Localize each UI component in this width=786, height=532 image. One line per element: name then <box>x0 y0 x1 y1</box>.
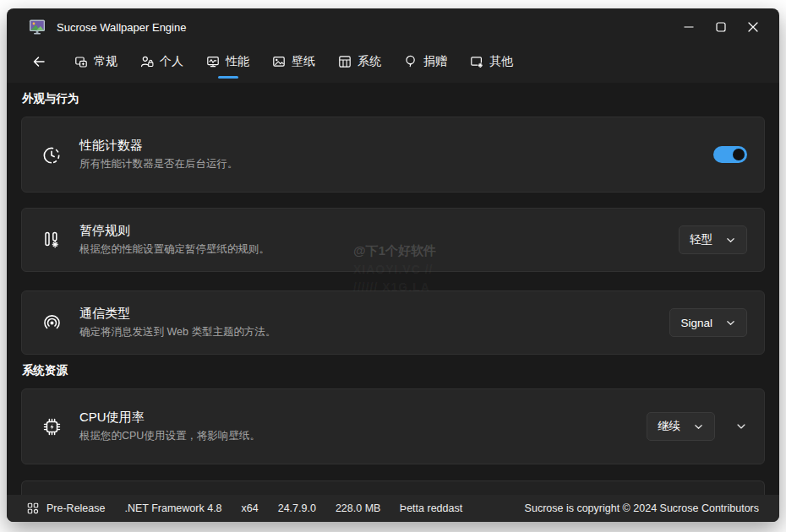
setting-description: 所有性能计数器是否在后台运行。 <box>79 157 713 171</box>
tab-other[interactable]: 其他 <box>465 51 518 79</box>
tab-label: 系统 <box>358 54 381 69</box>
maximize-icon <box>716 22 726 32</box>
status-framework: .NET Framework 4.8 <box>124 502 221 514</box>
minimize-icon <box>684 22 694 32</box>
toggle-knob <box>733 149 745 160</box>
tab-system[interactable]: 系统 <box>333 51 386 79</box>
chevron-down-icon <box>693 421 704 432</box>
chevron-down-icon <box>725 318 736 328</box>
titlebar: Sucrose Wallpaper Engine <box>7 8 779 46</box>
status-version: 24.7.9.0 <box>278 502 316 514</box>
grid-table-icon <box>338 55 352 68</box>
setting-title: 性能计数器 <box>79 138 713 154</box>
chevron-down-icon <box>725 235 736 246</box>
chevron-down-icon <box>735 421 747 432</box>
tab-wallpaper[interactable]: 壁纸 <box>267 51 320 79</box>
pause-rules-dropdown[interactable]: 轻型 <box>679 225 747 254</box>
minimize-button[interactable] <box>673 14 705 40</box>
setting-description: 根据您的CPU使用设置，将影响壁纸。 <box>79 429 647 443</box>
status-release-channel: Pre-Release <box>46 502 105 514</box>
tab-label: 壁纸 <box>292 54 315 69</box>
pause-gear-icon <box>41 230 63 250</box>
section-header-system-resources: 系统资源 <box>22 363 765 378</box>
arrow-left-icon <box>30 55 46 68</box>
tab-label: 捐赠 <box>423 54 447 69</box>
communication-type-dropdown[interactable]: Signal <box>669 308 747 337</box>
status-bar: Pre-Release .NET Framework 4.8 x64 24.7.… <box>7 495 779 522</box>
tab-label: 性能 <box>226 54 249 69</box>
window-controls <box>673 14 769 40</box>
setting-title: CPU使用率 <box>79 410 647 426</box>
app-logo-wallpaper-icon <box>29 19 46 35</box>
close-button[interactable] <box>737 14 769 40</box>
dropdown-value: Signal <box>680 317 712 329</box>
status-architecture: x64 <box>242 502 259 514</box>
section-header-appearance: 外观与行为 <box>22 91 765 106</box>
tab-donate[interactable]: 捐赠 <box>399 51 452 79</box>
setting-title: 暂停规则 <box>79 223 679 239</box>
card-pause-rules: 暂停规则 根据您的性能设置确定暂停壁纸的规则。 轻型 <box>21 208 765 272</box>
status-copyright: Sucrose is copyright © 2024 Sucrose Cont… <box>525 502 759 514</box>
monitor-pulse-icon <box>206 55 220 68</box>
app-window: Sucrose Wallpaper Engine <box>7 8 779 522</box>
dropdown-value: 轻型 <box>690 232 712 247</box>
close-icon <box>748 22 758 32</box>
card-cpu-usage: CPU使用率 根据您的CPU使用设置，将影响壁纸。 继续 <box>21 388 765 464</box>
status-motto: Þetta reddast <box>400 502 462 514</box>
dropdown-value: 继续 <box>658 419 680 434</box>
card-communication-type: 通信类型 确定将消息发送到 Web 类型主题的方法。 Signal <box>21 290 765 355</box>
person-lock-icon <box>140 55 154 68</box>
window-title: Sucrose Wallpaper Engine <box>57 21 186 34</box>
windows-layout-icon <box>74 55 88 68</box>
release-grid-icon <box>27 502 39 514</box>
nav-tabs: 常规 个人 性能 <box>69 51 518 79</box>
card-performance-counter: 性能计数器 所有性能计数器是否在后台运行。 <box>21 117 765 193</box>
nav-bar: 常规 个人 性能 <box>7 46 779 83</box>
settings-content: 外观与行为 性能计数器 所有性能计数器是否在后台运行。 <box>7 83 779 495</box>
status-memory: 228.0 MB <box>336 502 381 514</box>
cpu-usage-dropdown[interactable]: 继续 <box>647 412 715 441</box>
card-partial-clipped <box>21 480 765 495</box>
tab-label: 个人 <box>160 54 183 69</box>
broadcast-icon <box>41 312 63 334</box>
balloon-icon <box>404 55 418 68</box>
maximize-button[interactable] <box>705 14 737 40</box>
setting-description: 确定将消息发送到 Web 类型主题的方法。 <box>79 325 669 339</box>
window-gear-icon <box>470 55 483 68</box>
tab-personal[interactable]: 个人 <box>135 51 188 79</box>
setting-title: 通信类型 <box>79 306 669 322</box>
cpu-card-expander-button[interactable] <box>735 421 747 432</box>
setting-description: 根据您的性能设置确定暂停壁纸的规则。 <box>79 242 679 257</box>
cpu-icon <box>41 416 63 437</box>
back-button[interactable] <box>27 51 49 73</box>
timer-icon <box>41 144 63 166</box>
tab-label: 常规 <box>94 54 117 69</box>
performance-counter-toggle[interactable] <box>713 146 747 163</box>
tab-label: 其他 <box>489 54 513 69</box>
image-icon <box>272 55 286 68</box>
tab-general[interactable]: 常规 <box>69 51 123 79</box>
tab-performance[interactable]: 性能 <box>201 51 254 79</box>
